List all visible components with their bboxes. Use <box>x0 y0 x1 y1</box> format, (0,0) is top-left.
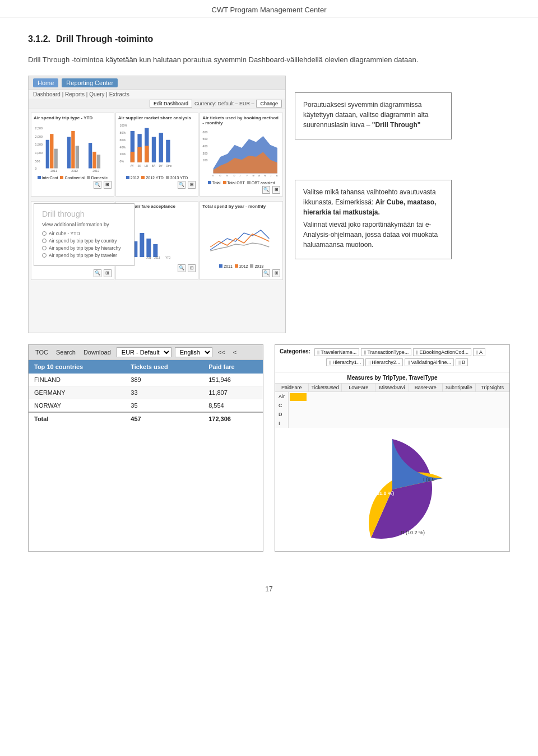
radio-3[interactable] <box>42 246 47 250</box>
chart6-footer: 🔍 ⊞ <box>202 269 280 277</box>
cat-item-7[interactable]: || ValidatingAirline... <box>405 358 454 366</box>
svg-rect-29 <box>145 146 149 162</box>
pivot-row-headers: Air C D I <box>275 392 289 428</box>
cat-item-5[interactable]: || Hierarchy1... <box>326 358 364 366</box>
page-footer: 17 <box>0 574 538 604</box>
grid-icon[interactable]: ⊞ <box>104 181 112 189</box>
svg-text:400: 400 <box>203 144 208 148</box>
currency-select[interactable]: EUR - Default <box>117 347 171 357</box>
edit-dashboard-button[interactable]: Edit Dashboard <box>150 100 192 108</box>
cell-fare: 11,807 <box>203 386 263 399</box>
chart1-svg: 2,500 2,000 1,500 1,000 500 0 <box>34 122 112 172</box>
chart-hotel-missed: Hotel missed bookings - monthly Drill th… <box>31 201 114 280</box>
grid3-icon[interactable]: ⊞ <box>272 186 280 194</box>
svg-rect-13 <box>92 151 96 168</box>
col-lowfare: LowFare <box>342 384 375 391</box>
cat-item-1[interactable]: || TravelerName... <box>314 348 359 356</box>
drill-option-4[interactable]: Air spend by trip type by traveler <box>42 253 126 258</box>
svg-text:F: F <box>247 174 248 176</box>
single-arrow-left[interactable]: < <box>231 348 239 356</box>
change-currency-button[interactable]: Change <box>256 100 282 108</box>
svg-text:J: J <box>271 174 272 176</box>
chart2-legend: 2012 2012 YTD 2013 YTD <box>118 176 196 180</box>
table-total-row: Total 457 172,306 <box>29 412 263 425</box>
chart6-legend: 2011 2012 2013 <box>202 264 280 268</box>
download-button[interactable]: Download <box>81 348 113 356</box>
table-row: NORWAY 35 8,554 <box>29 399 263 412</box>
table-row: FINLAND 389 151,946 <box>29 374 263 386</box>
report-panel: TOC Search Download EUR - Default Englis… <box>28 344 263 552</box>
drill-option-3[interactable]: Air spend by trip type by hierarchy <box>42 245 126 251</box>
zoom6-icon[interactable]: 🔍 <box>262 269 270 277</box>
chart2-svg: 100% 80% 60% 40% 20% 0% <box>118 122 196 172</box>
svg-rect-7 <box>50 134 53 168</box>
cat-item-2[interactable]: || TransactionType... <box>361 348 411 356</box>
cat-item-4[interactable]: || A <box>473 348 485 356</box>
pivot-panel: Categories: || TravelerName... || Transa… <box>275 344 510 552</box>
total-fare: 172,306 <box>203 412 263 425</box>
drill-option-2[interactable]: Air spend by trip type by country <box>42 238 126 244</box>
grid4-icon[interactable]: ⊞ <box>104 269 112 277</box>
toc-button[interactable]: TOC <box>33 348 50 356</box>
svg-text:2,000: 2,000 <box>35 134 43 138</box>
drill-view-label: View additional information by <box>42 222 126 227</box>
svg-rect-11 <box>76 146 79 168</box>
svg-text:A: A <box>276 174 278 176</box>
dashboard-bottom-charts: Hotel missed bookings - monthly Drill th… <box>29 199 285 282</box>
cell-fare: 8,554 <box>203 399 263 412</box>
svg-text:2013: 2013 <box>92 169 99 172</box>
drill-option-1[interactable]: Air cube - YTD <box>42 231 126 236</box>
radio-4[interactable] <box>42 253 47 258</box>
zoom3-icon[interactable]: 🔍 <box>262 186 270 194</box>
chart2-title: Air supplier market share analysis <box>118 115 196 120</box>
svg-text:40%: 40% <box>119 145 126 148</box>
zoom-icon[interactable]: 🔍 <box>94 181 101 189</box>
svg-rect-12 <box>89 143 92 169</box>
total-label: Total <box>29 412 125 425</box>
grid6-icon[interactable]: ⊞ <box>272 269 280 277</box>
callout1-text: Porautuaksesi syvemmin diagrammissa käyt… <box>303 100 443 130</box>
cat-item-6[interactable]: || Hierarchy2... <box>365 358 403 366</box>
nav-home[interactable]: Home <box>33 78 58 87</box>
nav-reporting[interactable]: Reporting Center <box>62 78 118 87</box>
chart1-footer: 🔍 ⊞ <box>34 181 112 189</box>
zoom2-icon[interactable]: 🔍 <box>178 181 185 189</box>
grid5-icon[interactable]: ⊞ <box>188 264 196 272</box>
svg-rect-61 <box>153 244 157 257</box>
svg-rect-30 <box>151 137 155 162</box>
callout-box-1: Porautuaksesi syvemmin diagrammissa käyt… <box>295 92 452 139</box>
grid2-icon[interactable]: ⊞ <box>188 181 196 189</box>
cat-item-8[interactable]: || B <box>456 358 468 366</box>
svg-text:2,500: 2,500 <box>35 126 43 129</box>
section-title: Drill Through -toiminto <box>56 34 153 44</box>
svg-text:D: D <box>234 174 235 176</box>
radio-2[interactable] <box>42 239 47 243</box>
row-d: D <box>279 412 285 417</box>
svg-text:SK: SK <box>137 165 141 167</box>
page-header: CWT Program Management Center <box>0 0 538 17</box>
svg-rect-59 <box>140 233 144 257</box>
row-i: I <box>279 421 285 426</box>
svg-text:S: S <box>212 174 214 176</box>
chart6-svg <box>202 211 280 261</box>
col-subtripmile: SubTripMile <box>443 384 476 391</box>
zoom5-icon[interactable]: 🔍 <box>178 264 185 272</box>
svg-rect-6 <box>46 139 49 168</box>
main-content: 3.1.2. Drill Through -toiminto Drill Thr… <box>0 17 538 574</box>
total-tickets: 457 <box>125 412 203 425</box>
row-c: C <box>279 403 285 408</box>
pivot-col-headers: PaidFare TicketsUsed LowFare MissedSavi … <box>275 384 509 392</box>
header-title: CWT Program Management Center <box>212 6 327 14</box>
double-arrow-left[interactable]: << <box>216 348 228 356</box>
drill-through-title: Drill through <box>42 209 126 218</box>
svg-rect-31 <box>159 133 163 162</box>
language-select[interactable]: English <box>175 347 212 357</box>
zoom4-icon[interactable]: 🔍 <box>94 269 101 277</box>
radio-1[interactable] <box>42 231 47 236</box>
svg-rect-10 <box>71 130 75 168</box>
svg-text:0%: 0% <box>119 160 124 163</box>
cat-item-3[interactable]: || EBookingActionCod... <box>413 348 471 356</box>
selected-cell[interactable] <box>290 393 307 401</box>
search-button[interactable]: Search <box>54 348 78 356</box>
svg-text:A: A <box>258 174 260 176</box>
